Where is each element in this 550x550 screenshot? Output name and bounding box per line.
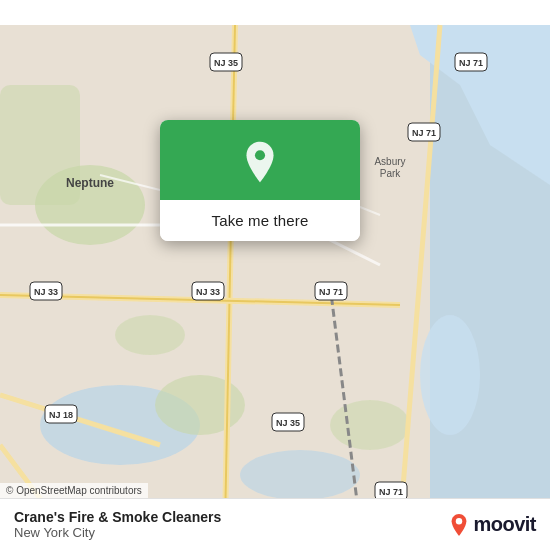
take-me-there-button[interactable]: Take me there xyxy=(160,200,360,241)
bottom-bar: Crane's Fire & Smoke Cleaners New York C… xyxy=(0,498,550,550)
svg-text:Park: Park xyxy=(380,168,402,179)
popup-header xyxy=(160,120,360,200)
svg-text:NJ 35: NJ 35 xyxy=(276,418,300,428)
map-background: NJ 71 NJ 71 NJ 71 NJ 71 NJ 35 NJ 35 NJ 3… xyxy=(0,0,550,550)
svg-text:NJ 18: NJ 18 xyxy=(49,410,73,420)
svg-text:NJ 71: NJ 71 xyxy=(319,287,343,297)
place-info: Crane's Fire & Smoke Cleaners New York C… xyxy=(14,509,221,540)
popup-card: Take me there xyxy=(160,120,360,241)
svg-point-9 xyxy=(115,315,185,355)
moovit-pin-icon xyxy=(449,513,469,537)
moovit-brand-text: moovit xyxy=(473,513,536,536)
svg-text:NJ 33: NJ 33 xyxy=(196,287,220,297)
svg-text:NJ 71: NJ 71 xyxy=(379,487,403,497)
map-container[interactable]: NJ 71 NJ 71 NJ 71 NJ 71 NJ 35 NJ 35 NJ 3… xyxy=(0,0,550,550)
place-name: Crane's Fire & Smoke Cleaners xyxy=(14,509,221,525)
svg-text:NJ 71: NJ 71 xyxy=(459,58,483,68)
svg-point-8 xyxy=(155,375,245,435)
place-city: New York City xyxy=(14,525,221,540)
svg-point-10 xyxy=(330,400,410,450)
svg-text:Asbury: Asbury xyxy=(374,156,405,167)
svg-text:NJ 71: NJ 71 xyxy=(412,128,436,138)
svg-point-46 xyxy=(456,518,462,524)
osm-attribution: © OpenStreetMap contributors xyxy=(0,483,148,498)
svg-point-5 xyxy=(420,315,480,435)
svg-point-45 xyxy=(255,150,265,160)
svg-point-4 xyxy=(240,450,360,500)
svg-text:NJ 35: NJ 35 xyxy=(214,58,238,68)
moovit-logo: moovit xyxy=(449,513,536,537)
svg-text:NJ 33: NJ 33 xyxy=(34,287,58,297)
svg-text:Neptune: Neptune xyxy=(66,176,114,190)
location-pin-icon xyxy=(238,140,282,184)
